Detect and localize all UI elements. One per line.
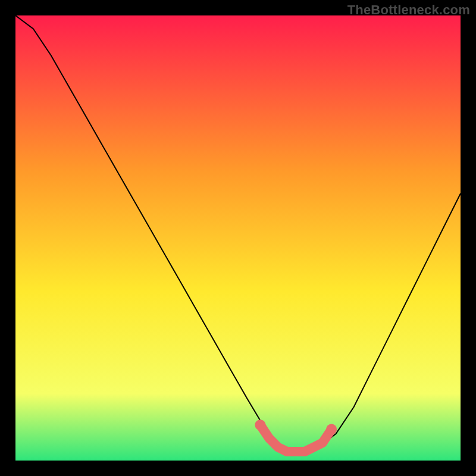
optimal-range-endpoint — [255, 419, 265, 430]
gradient-background — [15, 15, 461, 461]
chart-frame: TheBottleneck.com — [0, 0, 476, 476]
optimal-range-endpoint — [326, 424, 337, 435]
watermark-text: TheBottleneck.com — [347, 2, 470, 18]
bottleneck-chart — [15, 15, 461, 461]
plot-area — [15, 15, 461, 461]
